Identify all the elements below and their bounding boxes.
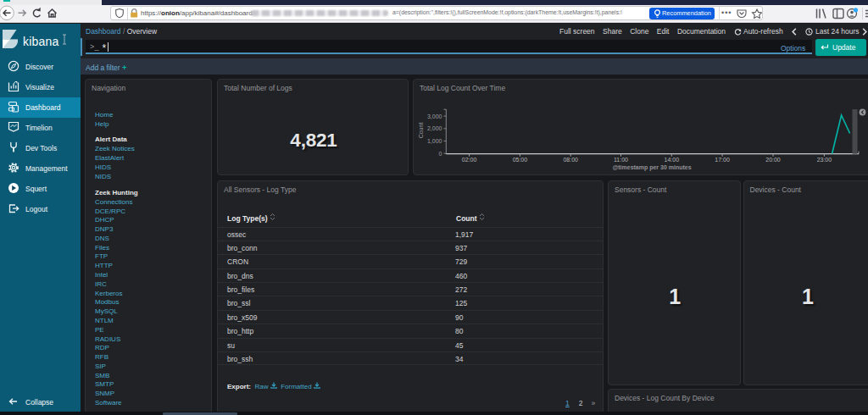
svg-text:20:00: 20:00 [765,157,781,163]
svg-text:Count: Count [418,123,424,139]
svg-text:23:00: 23:00 [817,157,832,163]
svg-text:1,000: 1,000 [427,138,442,144]
svg-text:2,000: 2,000 [427,125,442,131]
svg-text:0: 0 [439,151,442,157]
svg-text:17:00: 17:00 [715,157,730,163]
svg-text:@timestamp per 30 minutes: @timestamp per 30 minutes [612,164,691,171]
svg-text:11:00: 11:00 [614,157,628,163]
svg-text:02:00: 02:00 [462,157,477,163]
svg-text:14:00: 14:00 [665,157,680,163]
svg-text:3,000: 3,000 [427,113,442,119]
svg-text:05:00: 05:00 [513,157,528,163]
svg-text:08:00: 08:00 [563,157,578,163]
